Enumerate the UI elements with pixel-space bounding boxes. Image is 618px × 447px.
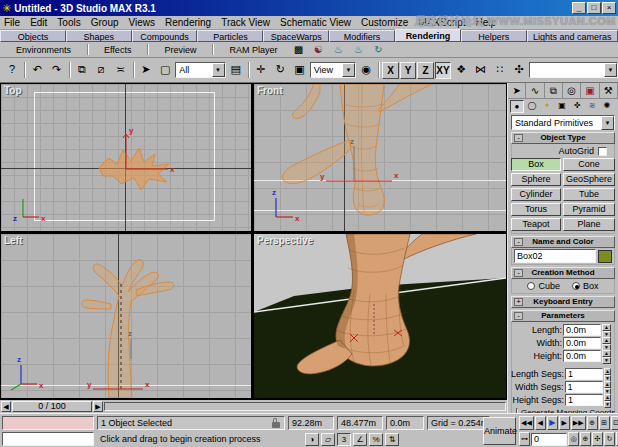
height-segs-field[interactable]: [565, 394, 603, 406]
region-zoom-icon[interactable]: ⊕: [580, 432, 591, 446]
viewport-label[interactable]: Perspective: [257, 235, 313, 246]
render-last-icon[interactable]: ↻: [370, 43, 386, 57]
chevron-down-icon[interactable]: ▼: [212, 63, 225, 77]
chevron-down-icon[interactable]: ▼: [604, 63, 617, 77]
viewport-top[interactable]: y x z x Top: [1, 84, 251, 231]
pan-icon[interactable]: ✣: [592, 432, 603, 446]
name-color-header[interactable]: - Name and Color: [511, 236, 615, 248]
tab-lights-cameras[interactable]: Lights and cameras: [527, 30, 618, 42]
time-back-icon[interactable]: ◀: [1, 401, 11, 412]
selection-lock-icon[interactable]: [271, 418, 281, 428]
geosphere-button[interactable]: GeoSphere: [563, 173, 615, 186]
current-frame-field[interactable]: [531, 433, 567, 446]
go-to-start-icon[interactable]: ◀◀: [519, 416, 534, 430]
play-icon[interactable]: ▶: [547, 416, 558, 430]
expand-icon[interactable]: +: [514, 298, 523, 306]
percent-snap-icon[interactable]: %: [369, 433, 383, 446]
menu-tools[interactable]: Tools: [57, 17, 80, 28]
creation-method-header[interactable]: - Creation Method: [511, 267, 615, 279]
menu-file[interactable]: File: [4, 17, 20, 28]
keyboard-entry-header[interactable]: + Keyboard Entry: [511, 296, 615, 308]
preview-button[interactable]: Preview: [154, 44, 206, 56]
go-to-end-icon[interactable]: ▶▶: [571, 416, 586, 430]
maxscript-mini-listener[interactable]: [2, 432, 94, 446]
key-mode-icon[interactable]: ⊶: [519, 432, 530, 446]
spinner[interactable]: ▲▼: [602, 337, 611, 349]
select-by-name-icon[interactable]: ▤: [227, 61, 245, 80]
zoom-extents-icon[interactable]: ⊡: [611, 416, 618, 430]
viewport-front[interactable]: z y x z x Front: [254, 84, 506, 231]
collapse-icon[interactable]: -: [514, 312, 523, 320]
animate-button[interactable]: Animate: [483, 417, 516, 445]
helpers-category-icon[interactable]: ✜: [570, 100, 584, 113]
align-icon[interactable]: ✣: [510, 61, 528, 80]
cube-radio[interactable]: Cube: [527, 281, 560, 291]
cameras-category-icon[interactable]: ▣: [555, 100, 569, 113]
motion-tab-icon[interactable]: ◎: [563, 83, 581, 98]
degradation-override-icon[interactable]: ◑: [305, 433, 319, 446]
tab-rendering[interactable]: Rendering: [395, 29, 461, 42]
previous-frame-icon[interactable]: ◀: [535, 416, 546, 430]
use-pivot-center-icon[interactable]: ◉: [357, 61, 375, 80]
width-field[interactable]: [563, 337, 601, 349]
select-and-move-icon[interactable]: ✛: [252, 61, 270, 80]
menu-edit[interactable]: Edit: [30, 17, 47, 28]
viewport-perspective[interactable]: Perspective: [254, 234, 506, 398]
modify-tab-icon[interactable]: ∿: [526, 83, 544, 98]
quick-render-icon[interactable]: ♨: [350, 43, 366, 57]
tab-compounds[interactable]: Compounds: [132, 30, 198, 42]
effects-button[interactable]: Effects: [94, 44, 141, 56]
box-button[interactable]: Box: [511, 158, 561, 171]
time-forward-icon[interactable]: ▶: [93, 401, 103, 412]
spinner-snap-icon[interactable]: ⇅: [385, 433, 399, 446]
crossing-selection-icon[interactable]: ▱: [321, 433, 335, 446]
restrict-xy-button[interactable]: XY: [435, 62, 451, 79]
shapes-category-icon[interactable]: ◯: [525, 100, 539, 113]
select-object-icon[interactable]: ➤: [137, 61, 155, 80]
primitive-category-dropdown[interactable]: Standard Primitives ▼: [511, 115, 615, 130]
undo-icon[interactable]: ↶: [28, 61, 46, 80]
time-slider-track[interactable]: [104, 402, 506, 411]
autogrid-checkbox[interactable]: [598, 147, 607, 156]
hierarchy-tab-icon[interactable]: ⧉: [545, 83, 563, 98]
pyramid-button[interactable]: Pyramid: [563, 203, 615, 216]
selection-filter-dropdown[interactable]: All ▼: [175, 62, 225, 78]
maximize-button[interactable]: □: [587, 2, 601, 14]
unlink-selection-icon[interactable]: ⧄: [92, 61, 110, 80]
viewport-left[interactable]: z y x z x Left: [1, 234, 251, 398]
lights-category-icon[interactable]: ✦: [540, 100, 554, 113]
collapse-icon[interactable]: -: [514, 134, 523, 142]
parameters-header[interactable]: - Parameters: [511, 310, 615, 322]
tab-modifiers[interactable]: Modifiers: [329, 30, 395, 42]
help-mode-icon[interactable]: ?: [3, 61, 21, 80]
close-button[interactable]: ×: [602, 2, 616, 14]
next-frame-icon[interactable]: ▶: [559, 416, 570, 430]
viewport-label[interactable]: Left: [4, 235, 22, 246]
width-segs-field[interactable]: [565, 381, 603, 393]
time-slider-handle[interactable]: 0 / 100: [12, 401, 92, 412]
box-radio[interactable]: Box: [572, 281, 599, 291]
select-and-scale-icon[interactable]: ▣: [290, 61, 308, 80]
utilities-tab-icon[interactable]: ⚒: [600, 83, 618, 98]
plane-button[interactable]: Plane: [563, 218, 615, 231]
cone-button[interactable]: Cone: [563, 158, 615, 171]
viewport-label[interactable]: Top: [4, 85, 22, 96]
menu-views[interactable]: Views: [129, 17, 156, 28]
time-configuration-icon[interactable]: ◎: [568, 432, 579, 446]
collapse-icon[interactable]: -: [514, 269, 523, 277]
create-tab-icon[interactable]: ➤: [508, 83, 526, 98]
ram-player-button[interactable]: RAM Player: [219, 44, 287, 56]
geometry-category-icon[interactable]: ●: [510, 100, 524, 113]
menu-track-view[interactable]: Track View: [221, 17, 270, 28]
tab-spacewarps[interactable]: SpaceWarps: [263, 30, 329, 42]
bind-to-spacewarp-icon[interactable]: ≍: [111, 61, 129, 80]
length-field[interactable]: [563, 324, 601, 336]
zoom-all-icon[interactable]: ⊞: [599, 416, 610, 430]
object-name-field[interactable]: [514, 249, 596, 263]
teapot-button[interactable]: Teapot: [511, 218, 561, 231]
arc-rotate-icon[interactable]: ↻: [604, 432, 615, 446]
reference-coordinate-dropdown[interactable]: View ▼: [310, 62, 356, 78]
restrict-y-button[interactable]: Y: [400, 62, 416, 79]
display-tab-icon[interactable]: ▣: [581, 83, 599, 98]
rectangular-region-icon[interactable]: ▢: [156, 61, 174, 80]
